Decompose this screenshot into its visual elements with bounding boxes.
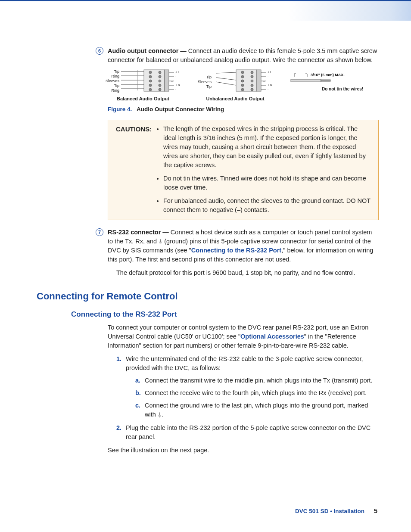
ground-icon: ⏚: [159, 238, 162, 245]
page-footer: DVC 501 SD • Installation 5: [295, 506, 377, 516]
cautions-list: The length of the exposed wires in the s…: [156, 124, 371, 215]
cautions-box: CAUTIONS: The length of the exposed wire…: [108, 120, 379, 220]
svg-point-8: [159, 75, 161, 78]
item-7-title: RS-232 connector —: [108, 229, 169, 236]
svg-point-21: [241, 75, 244, 78]
pin-label: Sleeves: [106, 79, 119, 84]
svg-text:3/16" (5 mm) MAX.: 3/16" (5 mm) MAX.: [311, 73, 345, 77]
step-1c: Connect the ground wire to the last pin,…: [135, 401, 379, 419]
svg-rect-36: [291, 79, 321, 82]
page-content: 6 Audio output connector — Connect an au…: [0, 21, 411, 455]
svg-text:-: -: [175, 88, 177, 91]
svg-point-2: [149, 71, 152, 74]
svg-rect-0: [144, 70, 165, 91]
svg-text:-: -: [268, 75, 269, 78]
figure-title: Audio Output Connector Wiring: [137, 106, 224, 112]
unbalanced-connector-icon: +L - +R -: [212, 69, 273, 93]
svg-point-23: [241, 84, 244, 87]
svg-point-5: [149, 84, 152, 87]
rs232-steps: Wire the unterminated end of the RS-232 …: [116, 355, 379, 442]
svg-point-25: [251, 71, 253, 74]
ground-icon: ⏚: [158, 411, 162, 418]
svg-text:+: +: [268, 71, 269, 74]
caution-item: For unbalanced audio, connect the sleeve…: [163, 196, 371, 215]
step-1b: Connect the receive wire to the fourth p…: [135, 389, 379, 398]
svg-point-26: [251, 75, 253, 78]
svg-point-27: [251, 80, 253, 82]
svg-text:-: -: [268, 88, 269, 91]
svg-text:+: +: [175, 84, 177, 87]
svg-point-7: [159, 71, 161, 74]
item-6-title: Audio output connector: [108, 47, 178, 54]
section-heading-remote-control: Connecting for Remote Control: [37, 289, 379, 303]
do-not-tin-label: Do not tin the wires!: [290, 86, 363, 92]
step-1-text: Wire the unterminated end of the RS-232 …: [126, 355, 363, 371]
svg-rect-1: [165, 70, 169, 91]
pin-label: Tip: [198, 75, 212, 80]
svg-point-20: [241, 71, 244, 74]
unbalanced-output-diagram: Tip Sleeves Tip: [198, 69, 273, 103]
callout-number-6: 6: [96, 47, 103, 55]
connector-diagrams: Tip Ring Sleeves Tip Ring: [106, 69, 379, 103]
svg-point-24: [241, 88, 244, 91]
step-1-substeps: Connect the transmit wire to the middle …: [135, 376, 379, 419]
step-2: Plug the cable into the RS-232 portion o…: [116, 423, 379, 442]
top-gradient-bar: [0, 0, 411, 21]
svg-point-9: [159, 80, 161, 82]
rs232-intro: To connect your computer or control syst…: [108, 323, 379, 350]
svg-rect-18: [236, 70, 257, 91]
callout-number-7: 7: [96, 228, 103, 236]
page-number: 5: [374, 507, 377, 514]
svg-point-4: [149, 80, 152, 82]
svg-point-28: [251, 84, 253, 87]
balanced-pin-labels: Tip Ring Sleeves Tip Ring: [106, 69, 119, 93]
svg-text:+: +: [175, 71, 177, 74]
svg-point-10: [159, 84, 161, 87]
svg-point-22: [241, 80, 244, 82]
pin-label: Ring: [106, 88, 119, 93]
footer-text: DVC 501 SD • Installation: [295, 508, 364, 514]
figure-number: Figure 4.: [108, 106, 132, 112]
wire-strip-spec: 3/16" (5 mm) MAX. Do not tin the wires!: [290, 72, 363, 92]
svg-text:R: R: [178, 84, 180, 87]
svg-point-11: [159, 88, 161, 91]
svg-point-6: [149, 88, 152, 91]
pin-label: Sleeves: [198, 80, 212, 84]
step-1c-text-b: .: [162, 411, 163, 418]
item-6-block: 6 Audio output connector — Connect an au…: [108, 47, 379, 65]
svg-text:-: -: [175, 75, 177, 78]
rs232-link[interactable]: Connecting to the RS-232 Port: [191, 247, 281, 254]
svg-rect-19: [257, 70, 261, 91]
balanced-output-diagram: Tip Ring Sleeves Tip Ring: [106, 69, 181, 103]
svg-rect-37: [321, 80, 330, 81]
svg-text:+: +: [268, 84, 269, 87]
svg-point-29: [251, 88, 253, 91]
unbalanced-caption: Unbalanced Audio Output: [206, 96, 264, 103]
item-7-body2: The default protocol for this port is 96…: [116, 268, 379, 277]
optional-accessories-link[interactable]: Optional Accessories: [240, 333, 304, 340]
step-1a: Connect the transmit wire to the middle …: [135, 376, 379, 385]
pin-label: Tip: [198, 84, 212, 89]
pin-label: Tip: [106, 84, 119, 88]
svg-text:L: L: [270, 71, 272, 74]
svg-text:R: R: [270, 84, 272, 87]
caution-item: The length of the exposed wires in the s…: [163, 124, 371, 170]
balanced-connector-icon: +L - +R -: [120, 69, 181, 93]
step-1c-text-a: Connect the ground wire to the last pin,…: [145, 402, 368, 418]
svg-text:L: L: [178, 71, 180, 74]
unbalanced-pin-labels: Tip Sleeves Tip: [198, 73, 212, 89]
cautions-label: CAUTIONS:: [116, 124, 156, 134]
figure-4-caption: Figure 4. Audio Output Connector Wiring: [108, 105, 379, 114]
subsection-heading-rs232: Connecting to the RS-232 Port: [71, 309, 379, 320]
item-7-block: 7 RS-232 connector — Connect a host devi…: [108, 228, 379, 264]
wire-strip-icon: 3/16" (5 mm) MAX.: [290, 72, 359, 84]
svg-point-3: [149, 75, 152, 78]
caution-item: Do not tin the wires. Tinned wire does n…: [163, 174, 371, 192]
balanced-caption: Balanced Audio Output: [117, 96, 169, 103]
step-1: Wire the unterminated end of the RS-232 …: [116, 355, 379, 419]
pin-label: Tip: [106, 69, 119, 74]
see-illustration: See the illustration on the next page.: [108, 446, 379, 455]
pin-label: Ring: [106, 74, 119, 79]
